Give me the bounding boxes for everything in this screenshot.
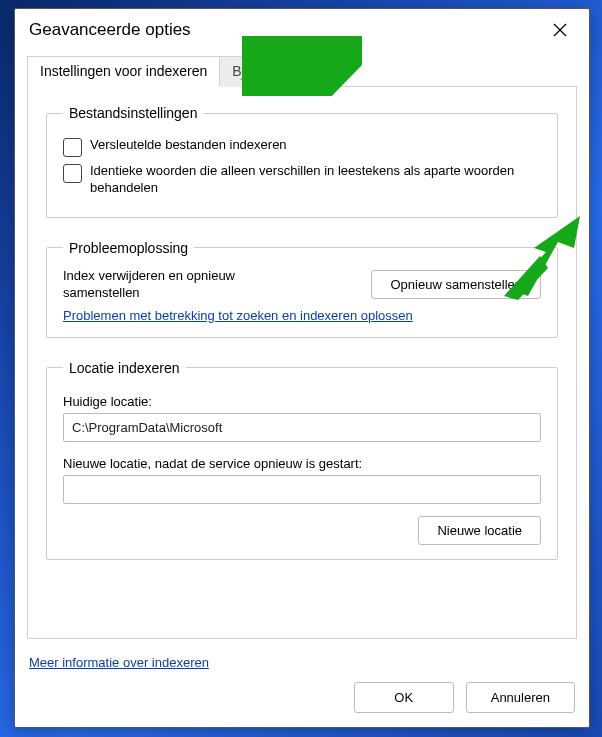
more-info-link[interactable]: Meer informatie over indexeren [29,655,209,670]
checkbox-row-encrypted[interactable]: Versleutelde bestanden indexeren [63,137,541,157]
checkbox-encrypted[interactable] [63,138,82,157]
group-location: Locatie indexeren Huidige locatie: Nieuw… [46,360,558,560]
titlebar: Geavanceerde opties [15,9,589,49]
checkbox-encrypted-label: Versleutelde bestanden indexeren [90,137,287,154]
footer: Meer informatie over indexeren [15,647,589,682]
tab-indexing-settings[interactable]: Instellingen voor indexeren [27,56,220,87]
current-location-input[interactable] [63,413,541,442]
current-location-label: Huidige locatie: [63,394,541,409]
dialog-window: Geavanceerde opties Instellingen voor in… [14,8,590,728]
rebuild-label: Index verwijderen en opnieuw samenstelle… [63,268,293,302]
checkbox-diacritic-label: Identieke woorden die alleen verschillen… [90,163,541,197]
rebuild-row: Index verwijderen en opnieuw samenstelle… [63,268,541,302]
troubleshoot-link[interactable]: Problemen met betrekking tot zoeken en i… [63,308,413,323]
window-title: Geavanceerde opties [29,20,191,40]
group-location-legend: Locatie indexeren [63,360,186,376]
ok-button[interactable]: OK [354,682,454,713]
tab-bar: Instellingen voor indexeren Bestandstype… [27,55,577,87]
new-location-label: Nieuwe locatie, nadat de service opnieuw… [63,456,541,471]
new-location-input[interactable] [63,475,541,504]
new-location-button[interactable]: Nieuwe locatie [418,516,541,545]
tab-content: Bestandsinstellingen Versleutelde bestan… [27,87,577,639]
dialog-buttons: OK Annuleren [15,682,589,727]
close-icon [553,23,567,37]
cancel-button[interactable]: Annuleren [466,682,575,713]
tab-file-types[interactable]: Bestandstypen [219,56,338,87]
group-file-settings: Bestandsinstellingen Versleutelde bestan… [46,105,558,218]
group-file-settings-legend: Bestandsinstellingen [63,105,203,121]
group-troubleshoot-legend: Probleemoplossing [63,240,194,256]
rebuild-button[interactable]: Opnieuw samenstellen [371,270,541,299]
close-button[interactable] [543,17,577,43]
checkbox-diacritic[interactable] [63,164,82,183]
checkbox-row-diacritic[interactable]: Identieke woorden die alleen verschillen… [63,163,541,197]
group-troubleshoot: Probleemoplossing Index verwijderen en o… [46,240,558,338]
